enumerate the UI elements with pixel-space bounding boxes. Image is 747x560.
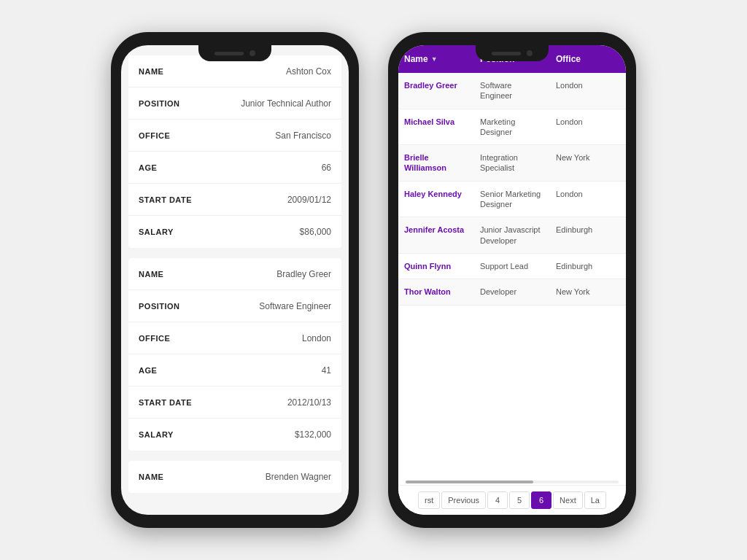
detail-value: Bradley Greer (204, 269, 331, 279)
detail-row: OFFICELondon (128, 322, 341, 354)
td-position: Marketing Designer (474, 109, 550, 145)
page-btn-4[interactable]: 4 (487, 491, 508, 509)
detail-value: San Francisco (204, 131, 331, 141)
td-name: Brielle Williamson (398, 145, 474, 181)
td-office: Edinburgh (550, 217, 626, 253)
right-screen: Name▼PositionOffice Bradley GreerSoftwar… (398, 45, 626, 515)
detail-label: POSITION (139, 99, 204, 108)
td-office: New York (550, 145, 626, 181)
detail-value: Junior Technical Author (204, 98, 331, 109)
detail-row: POSITIONSoftware Engineer (128, 290, 341, 322)
detail-value: Software Engineer (204, 301, 331, 311)
table-body: Bradley GreerSoftware EngineerLondonMich… (398, 73, 626, 479)
sort-arrow-icon: ▼ (431, 55, 438, 63)
detail-card-3: NAMEBrenden Wagner (128, 461, 341, 493)
detail-row: START DATE2012/10/13 (128, 386, 341, 419)
detail-card-1: NAMEAshton CoxPOSITIONJunior Technical A… (128, 55, 341, 248)
right-phone: Name▼PositionOffice Bradley GreerSoftwar… (388, 32, 636, 528)
left-phone: NAMEAshton CoxPOSITIONJunior Technical A… (111, 32, 359, 528)
detail-label: START DATE (139, 398, 204, 407)
detail-label: OFFICE (139, 131, 204, 140)
page-btn-rst[interactable]: rst (418, 491, 440, 509)
td-position: Integration Specialist (474, 145, 550, 181)
table-header-cell-2: Office (550, 45, 626, 73)
right-speaker (492, 52, 521, 55)
detail-value: 2012/10/13 (204, 397, 331, 408)
left-notch (198, 45, 271, 61)
scrollbar-thumb (406, 481, 533, 483)
right-notch (476, 45, 549, 61)
detail-label: AGE (139, 366, 204, 375)
page-btn-6[interactable]: 6 (531, 491, 551, 509)
td-office: London (550, 73, 626, 109)
left-speaker (214, 52, 244, 55)
td-name: Haley Kennedy (398, 182, 474, 217)
detail-label: NAME (139, 270, 204, 279)
td-name: Michael Silva (398, 109, 474, 145)
td-office: Edinburgh (550, 254, 626, 279)
left-camera (249, 50, 255, 56)
table-row[interactable]: Michael SilvaMarketing DesignerLondon (398, 109, 626, 146)
page-btn-la[interactable]: La (584, 491, 606, 509)
detail-row: SALARY$86,000 (128, 216, 341, 248)
td-position: Software Engineer (474, 73, 550, 109)
td-position: Support Lead (474, 254, 550, 279)
detail-row: NAMEBrenden Wagner (128, 461, 341, 493)
detail-row: OFFICESan Francisco (128, 120, 341, 152)
detail-value: 2009/01/12 (204, 195, 331, 205)
page-btn-5[interactable]: 5 (509, 491, 530, 509)
scrollbar-track (406, 481, 619, 483)
detail-row: AGE41 (128, 354, 341, 386)
detail-label: SALARY (139, 430, 204, 439)
detail-row: NAMEBradley Greer (128, 258, 341, 290)
detail-value: 66 (204, 163, 331, 173)
table-row[interactable]: Jennifer AcostaJunior Javascript Develop… (398, 217, 626, 254)
td-position: Senior Marketing Designer (474, 182, 550, 217)
detail-label: POSITION (139, 302, 204, 311)
detail-row: AGE66 (128, 152, 341, 184)
table-row[interactable]: Haley KennedySenior Marketing DesignerLo… (398, 182, 626, 218)
detail-label: SALARY (139, 228, 204, 236)
td-name: Jennifer Acosta (398, 217, 474, 253)
table-row[interactable]: Thor WaltonDeveloperNew York (398, 279, 626, 305)
detail-value: $86,000 (204, 227, 331, 237)
pagination: rstPrevious456NextLa (398, 485, 626, 515)
td-name: Bradley Greer (398, 73, 474, 109)
td-office: New York (550, 279, 626, 304)
td-office: London (550, 109, 626, 145)
detail-card-2: NAMEBradley GreerPOSITIONSoftware Engine… (128, 258, 341, 451)
td-position: Developer (474, 279, 550, 304)
detail-label: START DATE (139, 195, 204, 204)
detail-value: Brenden Wagner (204, 472, 331, 482)
table-row[interactable]: Bradley GreerSoftware EngineerLondon (398, 73, 626, 109)
detail-label: NAME (139, 472, 204, 481)
right-camera (527, 50, 533, 56)
table-row[interactable]: Quinn FlynnSupport LeadEdinburgh (398, 254, 626, 279)
detail-row: START DATE2009/01/12 (128, 184, 341, 216)
table-header-cell-0[interactable]: Name▼ (398, 45, 474, 73)
phones-container: NAMEAshton CoxPOSITIONJunior Technical A… (111, 32, 636, 528)
detail-value: 41 (204, 365, 331, 376)
detail-label: AGE (139, 163, 204, 172)
page-btn-previous[interactable]: Previous (441, 491, 486, 509)
page-btn-next[interactable]: Next (553, 491, 583, 509)
td-name: Thor Walton (398, 279, 474, 304)
td-name: Quinn Flynn (398, 254, 474, 279)
detail-row: POSITIONJunior Technical Author (128, 88, 341, 120)
detail-label: OFFICE (139, 334, 204, 343)
td-position: Junior Javascript Developer (474, 217, 550, 253)
detail-label: NAME (139, 67, 204, 76)
detail-value: London (204, 333, 331, 343)
td-office: London (550, 182, 626, 217)
left-screen: NAMEAshton CoxPOSITIONJunior Technical A… (121, 45, 349, 515)
detail-value: Ashton Cox (204, 66, 331, 77)
detail-row: SALARY$132,000 (128, 419, 341, 451)
detail-value: $132,000 (204, 429, 331, 440)
table-row[interactable]: Brielle WilliamsonIntegration Specialist… (398, 145, 626, 182)
